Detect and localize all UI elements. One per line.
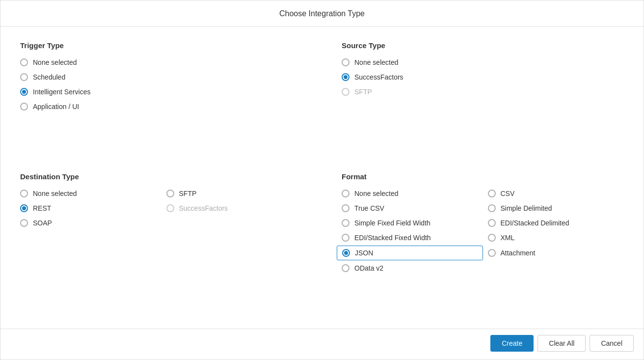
dest-sf-radio[interactable] (166, 204, 174, 212)
dest-soap-option[interactable]: SOAP (20, 219, 157, 227)
fmt-true-csv-radio[interactable] (342, 204, 349, 212)
fmt-json-radio[interactable] (342, 249, 350, 257)
fmt-odata-option[interactable]: OData v2 (342, 264, 478, 272)
dest-soap-label[interactable]: SOAP (33, 219, 52, 227)
fmt-xml-option[interactable]: XML (488, 234, 624, 242)
fmt-odata-radio[interactable] (342, 264, 349, 272)
clear-all-button[interactable]: Clear All (537, 335, 586, 352)
fmt-edi-stacked-fixed-option[interactable]: EDI/Stacked Fixed Width (342, 234, 478, 242)
trigger-type-group: None selected Scheduled Intelligent Serv… (20, 58, 302, 111)
source-sftp-radio[interactable] (342, 88, 349, 96)
source-sf-label[interactable]: SuccessFactors (354, 73, 403, 81)
trigger-scheduled-option[interactable]: Scheduled (20, 73, 302, 81)
source-sf-option[interactable]: SuccessFactors (342, 73, 624, 81)
source-sf-radio[interactable] (342, 73, 349, 81)
dest-rest-option[interactable]: REST (20, 204, 157, 212)
fmt-csv-label[interactable]: CSV (501, 190, 515, 197)
trigger-none-label[interactable]: None selected (33, 58, 77, 66)
fmt-simple-fixed-label[interactable]: Simple Fixed Field Width (354, 219, 430, 227)
fmt-edi-stacked-delimited-label[interactable]: EDI/Stacked Delimited (501, 219, 569, 227)
dest-none-option[interactable]: None selected (20, 190, 157, 197)
fmt-true-csv-label[interactable]: True CSV (354, 204, 384, 212)
trigger-type-section: Trigger Type None selected Scheduled Int… (20, 41, 302, 158)
format-label: Format (342, 172, 624, 181)
trigger-intelligent-radio[interactable] (20, 88, 28, 96)
source-sftp-label[interactable]: SFTP (354, 88, 372, 96)
fmt-xml-label[interactable]: XML (501, 234, 515, 242)
fmt-json-option[interactable]: JSON (337, 246, 483, 260)
dest-sftp-label[interactable]: SFTP (179, 190, 197, 197)
trigger-type-label: Trigger Type (20, 41, 302, 50)
source-none-label[interactable]: None selected (354, 58, 399, 66)
trigger-app-ui-radio[interactable] (20, 103, 28, 111)
fmt-attachment-option[interactable]: Attachment (488, 249, 624, 257)
fmt-edi-stacked-delimited-radio[interactable] (488, 219, 496, 227)
fmt-simple-delimited-radio[interactable] (488, 204, 496, 212)
fmt-true-csv-option[interactable]: True CSV (342, 204, 478, 212)
format-section: Format None selected CSV True CSV Simple… (342, 172, 624, 319)
fmt-xml-radio[interactable] (488, 234, 496, 242)
fmt-none-label[interactable]: None selected (354, 190, 399, 197)
destination-type-section: Destination Type None selected SFTP REST… (20, 172, 302, 319)
dest-rest-radio[interactable] (20, 204, 28, 212)
dest-sftp-radio[interactable] (166, 190, 174, 197)
format-group: None selected CSV True CSV Simple Delimi… (342, 190, 624, 272)
trigger-intelligent-option[interactable]: Intelligent Services (20, 88, 302, 96)
fmt-attachment-radio[interactable] (488, 249, 496, 257)
dialog-title-text: Choose Integration Type (279, 9, 365, 18)
trigger-scheduled-label[interactable]: Scheduled (33, 73, 65, 81)
source-type-group: None selected SuccessFactors SFTP (342, 58, 624, 96)
fmt-edi-stacked-fixed-radio[interactable] (342, 234, 349, 242)
dialog-body: Trigger Type None selected Scheduled Int… (0, 27, 644, 329)
dest-none-label[interactable]: None selected (33, 190, 77, 197)
destination-type-label: Destination Type (20, 172, 302, 181)
trigger-app-ui-label[interactable]: Application / UI (33, 103, 79, 111)
dest-sftp-option[interactable]: SFTP (166, 190, 303, 197)
trigger-scheduled-radio[interactable] (20, 73, 28, 81)
trigger-none-radio[interactable] (20, 58, 28, 66)
fmt-attachment-label[interactable]: Attachment (501, 249, 536, 257)
fmt-simple-fixed-radio[interactable] (342, 219, 349, 227)
trigger-app-ui-option[interactable]: Application / UI (20, 103, 302, 111)
fmt-none-option[interactable]: None selected (342, 190, 478, 197)
dest-sf-option[interactable]: SuccessFactors (166, 204, 303, 212)
source-sftp-option[interactable]: SFTP (342, 88, 624, 96)
fmt-edi-stacked-delimited-option[interactable]: EDI/Stacked Delimited (488, 219, 624, 227)
trigger-none-option[interactable]: None selected (20, 58, 302, 66)
fmt-csv-option[interactable]: CSV (488, 190, 624, 197)
fmt-odata-label[interactable]: OData v2 (354, 264, 383, 272)
source-none-option[interactable]: None selected (342, 58, 624, 66)
dest-soap-radio[interactable] (20, 219, 28, 227)
fmt-json-label[interactable]: JSON (355, 249, 373, 257)
fmt-csv-radio[interactable] (488, 190, 496, 197)
source-none-radio[interactable] (342, 58, 349, 66)
destination-type-group: None selected SFTP REST SuccessFactors S… (20, 190, 302, 227)
source-type-section: Source Type None selected SuccessFactors… (342, 41, 624, 158)
dest-sf-label[interactable]: SuccessFactors (179, 204, 228, 212)
fmt-simple-fixed-option[interactable]: Simple Fixed Field Width (342, 219, 478, 227)
cancel-button[interactable]: Cancel (590, 335, 634, 352)
fmt-none-radio[interactable] (342, 190, 349, 197)
dest-none-radio[interactable] (20, 190, 28, 197)
choose-integration-dialog: Choose Integration Type Trigger Type Non… (0, 0, 644, 360)
fmt-edi-stacked-fixed-label[interactable]: EDI/Stacked Fixed Width (354, 234, 431, 242)
dialog-footer: Create Clear All Cancel (0, 329, 644, 360)
dialog-title: Choose Integration Type (0, 0, 644, 27)
dest-rest-label[interactable]: REST (33, 204, 51, 212)
fmt-simple-delimited-option[interactable]: Simple Delimited (488, 204, 624, 212)
create-button[interactable]: Create (490, 335, 534, 352)
fmt-simple-delimited-label[interactable]: Simple Delimited (501, 204, 552, 212)
source-type-label: Source Type (342, 41, 624, 50)
trigger-intelligent-label[interactable]: Intelligent Services (33, 88, 91, 96)
